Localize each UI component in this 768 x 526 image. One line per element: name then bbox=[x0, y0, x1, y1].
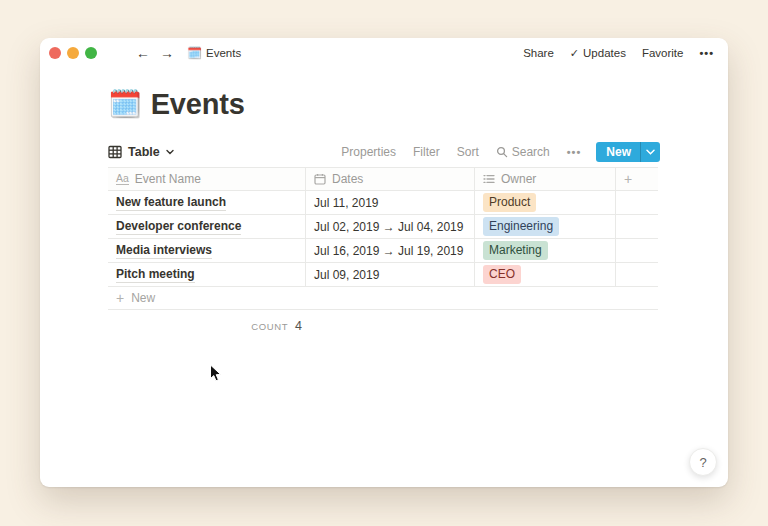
notion-window: ← → 🗓️ Events Share ✓Updates Favorite ••… bbox=[40, 38, 728, 487]
titlebar-actions: Share ✓Updates Favorite ••• bbox=[523, 47, 714, 60]
window-controls bbox=[49, 47, 97, 59]
titlebar: ← → 🗓️ Events Share ✓Updates Favorite ••… bbox=[40, 38, 728, 68]
view-label: Table bbox=[128, 145, 160, 159]
new-dropdown-toggle[interactable] bbox=[641, 142, 660, 162]
chevron-down-icon bbox=[166, 149, 174, 155]
more-options-icon[interactable]: ••• bbox=[699, 47, 714, 59]
event-name-cell[interactable]: Developer conference bbox=[108, 215, 306, 238]
plus-icon: + bbox=[116, 290, 124, 306]
count-value: 4 bbox=[295, 319, 302, 333]
table-row[interactable]: New feature launch Jul 11, 2019 Product bbox=[108, 191, 658, 215]
empty-cell bbox=[616, 239, 658, 262]
empty-cell bbox=[616, 263, 658, 286]
event-name-cell[interactable]: New feature launch bbox=[108, 191, 306, 214]
updates-button[interactable]: ✓Updates bbox=[570, 47, 626, 60]
new-button[interactable]: New bbox=[596, 142, 660, 162]
favorite-button[interactable]: Favorite bbox=[642, 47, 684, 59]
owner-tag[interactable]: Product bbox=[483, 193, 536, 212]
owner-cell[interactable]: Product bbox=[475, 191, 616, 214]
filter-button[interactable]: Filter bbox=[413, 145, 440, 159]
owner-cell[interactable]: Marketing bbox=[475, 239, 616, 262]
search-icon bbox=[496, 146, 508, 158]
table-row[interactable]: Developer conference Jul 02, 2019 → Jul … bbox=[108, 215, 658, 239]
column-header-owner[interactable]: Owner bbox=[475, 168, 616, 190]
dates-cell[interactable]: Jul 09, 2019 bbox=[306, 263, 475, 286]
dates-cell[interactable]: Jul 11, 2019 bbox=[306, 191, 475, 214]
document-title: Events bbox=[206, 47, 241, 59]
search-button[interactable]: Search bbox=[496, 145, 550, 159]
check-icon: ✓ bbox=[570, 47, 579, 59]
dates-cell[interactable]: Jul 02, 2019 → Jul 04, 2019 bbox=[306, 215, 475, 238]
table-body: New feature launch Jul 11, 2019 Product … bbox=[108, 191, 658, 287]
table-footer-count[interactable]: COUNT 4 bbox=[108, 310, 306, 333]
sidebar-menu-icon[interactable] bbox=[112, 48, 126, 59]
event-name-cell[interactable]: Media interviews bbox=[108, 239, 306, 262]
column-header-dates[interactable]: Dates bbox=[306, 168, 475, 190]
properties-button[interactable]: Properties bbox=[341, 145, 396, 159]
desktop: { "titlebar": { "doc_emoji": "🗓️", "doc_… bbox=[0, 0, 768, 526]
page-title[interactable]: Events bbox=[151, 88, 245, 121]
document-emoji-icon: 🗓️ bbox=[187, 46, 202, 60]
plus-icon: + bbox=[624, 171, 632, 187]
minimize-window-button[interactable] bbox=[67, 47, 79, 59]
close-window-button[interactable] bbox=[49, 47, 61, 59]
new-button-label: New bbox=[596, 142, 640, 162]
dates-cell[interactable]: Jul 16, 2019 → Jul 19, 2019 bbox=[306, 239, 475, 262]
forward-button[interactable]: → bbox=[160, 46, 174, 60]
back-button[interactable]: ← bbox=[136, 46, 150, 60]
text-property-icon: Aa bbox=[116, 173, 129, 186]
share-button[interactable]: Share bbox=[523, 47, 554, 59]
table-row[interactable]: Pitch meeting Jul 09, 2019 CEO bbox=[108, 263, 658, 287]
database-table: Aa Event Name Dates Owner + New fea bbox=[108, 167, 658, 333]
page-emoji-icon[interactable]: 🗓️ bbox=[108, 91, 142, 118]
zoom-window-button[interactable] bbox=[85, 47, 97, 59]
sort-button[interactable]: Sort bbox=[457, 145, 479, 159]
count-label: COUNT bbox=[251, 321, 288, 332]
empty-cell bbox=[616, 215, 658, 238]
owner-tag[interactable]: Marketing bbox=[483, 241, 548, 260]
calendar-icon bbox=[314, 173, 326, 185]
toolbar-actions: Properties Filter Sort Search ••• New bbox=[341, 142, 660, 162]
owner-tag[interactable]: CEO bbox=[483, 265, 521, 284]
owner-tag[interactable]: Engineering bbox=[483, 217, 559, 236]
chevron-down-icon bbox=[646, 149, 655, 155]
add-row-button[interactable]: + New bbox=[108, 287, 658, 310]
page-header: 🗓️ Events bbox=[108, 88, 245, 121]
table-row[interactable]: Media interviews Jul 16, 2019 → Jul 19, … bbox=[108, 239, 658, 263]
add-column-button[interactable]: + bbox=[616, 168, 658, 190]
column-header-event-name[interactable]: Aa Event Name bbox=[108, 168, 306, 190]
empty-cell bbox=[616, 191, 658, 214]
toolbar-more-icon[interactable]: ••• bbox=[567, 146, 582, 158]
select-property-icon bbox=[483, 173, 495, 185]
owner-cell[interactable]: CEO bbox=[475, 263, 616, 286]
table-view-icon bbox=[108, 145, 122, 159]
owner-cell[interactable]: Engineering bbox=[475, 215, 616, 238]
table-header-row: Aa Event Name Dates Owner + bbox=[108, 167, 658, 191]
view-switcher[interactable]: Table bbox=[108, 145, 174, 159]
view-toolbar: Table Properties Filter Sort Search ••• … bbox=[108, 141, 660, 162]
event-name-cell[interactable]: Pitch meeting bbox=[108, 263, 306, 286]
help-button[interactable]: ? bbox=[689, 448, 717, 476]
